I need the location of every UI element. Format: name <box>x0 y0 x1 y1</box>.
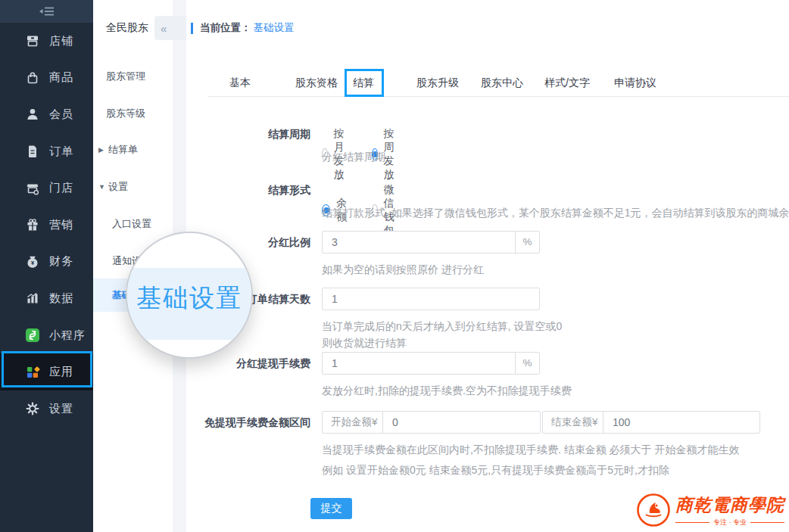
magnifier-bubble: 基础设置 <box>126 232 253 359</box>
field-label: 结算形式 <box>186 183 310 198</box>
start-amount-addon: 开始金额¥ <box>322 411 383 434</box>
field-help: 如果为空的话则按照原价 进行分红 <box>322 261 484 278</box>
field-help: 结算打款形式, 如果选择了微信钱包形式，某个股东结算金额不足1元，会自动结算到该… <box>322 204 789 221</box>
sidebar-item-label: 数据 <box>49 291 73 306</box>
sidebar-item-order[interactable]: 订单 <box>0 133 93 170</box>
end-amount-addon: 结束金额¥ <box>542 411 603 434</box>
field-label: 结算周期 <box>186 127 310 142</box>
primary-sidebar: 店铺 商品 会员 订单 门店 营销 ¥ 财务 <box>0 0 93 532</box>
chevron-down-icon: ▼ <box>98 178 105 196</box>
sidebar-item-label: 店铺 <box>49 34 73 48</box>
sidebar-item-miniprogram[interactable]: 小程序 <box>0 317 93 354</box>
sidebar-item-apps[interactable]: 应用 <box>0 353 93 390</box>
sidebar-item-label: 商品 <box>49 70 73 85</box>
breadcrumb-accent-bar <box>191 23 193 34</box>
chevrons-left-icon: « <box>161 22 167 35</box>
percent-suffix: % <box>515 352 540 375</box>
apps-icon <box>25 365 40 380</box>
tab-settlement[interactable]: 结算 <box>353 71 374 97</box>
submit-button[interactable]: 提交 <box>310 498 352 519</box>
logo-tagline: 专注 · 专业 <box>713 518 747 527</box>
field-help: 当订单完成后的n天后才纳入到分红结算, 设置空或0则收货就进行结算 <box>322 318 568 351</box>
submenu-item-settings-group[interactable]: ▼设置 <box>93 178 173 196</box>
sidebar-item-label: 小程序 <box>49 328 86 343</box>
sidebar-item-settings[interactable]: 设置 <box>0 390 93 428</box>
storefront-icon <box>25 33 40 48</box>
sidebar-header <box>0 0 93 23</box>
end-amount-input[interactable] <box>603 411 760 434</box>
tab-bar: 基本 股东资格 结算 股东升级 股东中心 样式/文字 申请协议 <box>207 71 789 97</box>
field-label: 免提现手续费金额区间 <box>186 411 310 434</box>
field-help: 分红结算周期 <box>322 148 385 165</box>
order-settle-days-input[interactable] <box>322 288 540 310</box>
field-help-line2: 例如 设置开始金额0元 结束金额5元,只有提现手续费金额高于5元时,才扣除 <box>322 462 669 478</box>
sidebar-item-label: 财务 <box>49 254 73 269</box>
tab-qualification[interactable]: 股东资格 <box>295 71 338 97</box>
submenu-item-settlement-bill[interactable]: ▶结算单 <box>93 141 173 159</box>
chevron-right-icon: ▶ <box>98 141 104 159</box>
tab-center[interactable]: 股东中心 <box>481 71 523 97</box>
breadcrumb-prefix: 当前位置： <box>200 21 251 35</box>
sidebar-item-finance[interactable]: ¥ 财务 <box>0 244 93 281</box>
start-amount-input[interactable] <box>382 411 541 434</box>
sidebar-item-data[interactable]: 数据 <box>0 280 93 317</box>
goods-icon <box>25 70 40 86</box>
order-icon <box>25 144 40 159</box>
submenu-item-entry-settings[interactable]: 入口设置 <box>93 215 173 233</box>
marketing-icon <box>25 217 40 232</box>
sidebar-item-label: 会员 <box>49 107 73 122</box>
main-content: 当前位置： 基础设置 基本 股东资格 结算 股东升级 股东中心 样式/文字 申请… <box>186 0 789 532</box>
tab-basic[interactable]: 基本 <box>229 71 251 97</box>
sidebar-item-store[interactable]: 店铺 <box>0 23 93 60</box>
dividend-ratio-input[interactable] <box>322 231 516 254</box>
breadcrumb-current-link[interactable]: 基础设置 <box>254 21 295 35</box>
sidebar-item-label: 营销 <box>49 218 73 232</box>
logo-icon <box>636 493 671 527</box>
shop-icon <box>25 181 40 196</box>
settings-icon <box>25 401 40 416</box>
sidebar-item-label: 门店 <box>49 181 73 195</box>
submenu-item-shareholder-level[interactable]: 股东等级 <box>93 104 173 123</box>
percent-suffix: % <box>515 231 540 254</box>
field-help-line1: 当提现手续费金额在此区间内时,不扣除提现手续费. 结束金额 必须大于 开始金额才… <box>322 441 739 458</box>
submenu-collapse-button[interactable]: « <box>154 16 186 40</box>
logo-tagline-row: 专注 · 专业 <box>675 518 784 527</box>
field-help: 发放分红时,扣除的提现手续费.空为不扣除提现手续费 <box>322 382 572 399</box>
sidebar-item-label: 应用 <box>49 365 73 379</box>
collapse-menu-icon[interactable] <box>39 6 55 17</box>
tab-style-text[interactable]: 样式/文字 <box>544 71 590 97</box>
finance-icon: ¥ <box>25 254 40 269</box>
sidebar-item-label: 设置 <box>49 402 73 416</box>
sidebar-item-member[interactable]: 会员 <box>0 96 93 133</box>
sidebar-item-shop[interactable]: 门店 <box>0 170 93 207</box>
data-icon <box>25 291 40 306</box>
submenu-title: 全民股东 <box>106 21 148 35</box>
sidebar-item-goods[interactable]: 商品 <box>0 60 93 97</box>
tab-upgrade[interactable]: 股东升级 <box>416 71 459 97</box>
watermark-logo: 商乾電商學院 专注 · 专业 <box>636 493 784 527</box>
submenu-item-shareholder-manage[interactable]: 股东管理 <box>93 67 173 86</box>
withdraw-fee-input[interactable] <box>322 352 516 375</box>
sidebar-item-label: 订单 <box>49 145 73 159</box>
tab-apply-agreement[interactable]: 申请协议 <box>614 71 656 97</box>
sidebar-item-marketing[interactable]: 营销 <box>0 207 93 244</box>
member-icon <box>25 107 40 122</box>
miniprogram-icon <box>25 328 40 343</box>
magnifier-text: 基础设置 <box>127 282 251 316</box>
logo-title: 商乾電商學院 <box>675 493 784 517</box>
breadcrumb: 当前位置： 基础设置 <box>191 21 295 35</box>
